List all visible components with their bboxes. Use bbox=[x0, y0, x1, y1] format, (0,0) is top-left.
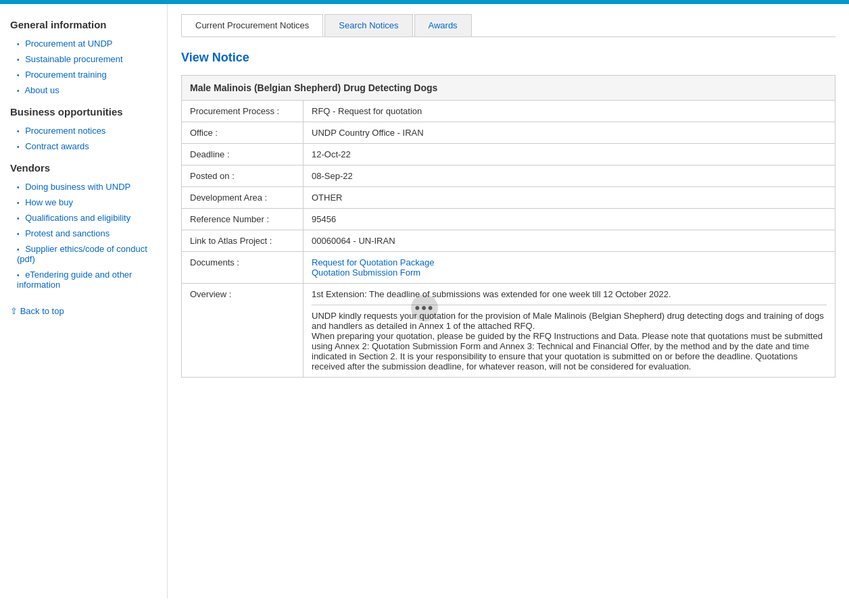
field-value-reference-number: 95456 bbox=[304, 209, 835, 230]
bullet-icon: • bbox=[17, 87, 23, 95]
bullet-icon: • bbox=[17, 230, 23, 238]
back-to-top-link[interactable]: ⇧ Back to top bbox=[10, 306, 64, 316]
sidebar-link-etendering[interactable]: eTendering guide and other information bbox=[17, 270, 132, 290]
bullet-icon: • bbox=[17, 272, 23, 279]
sidebar-link-procurement-notices[interactable]: Procurement notices bbox=[25, 126, 105, 136]
bullet-icon: • bbox=[17, 128, 23, 135]
overview-divider bbox=[312, 305, 827, 305]
document-link-rfq[interactable]: Request for Quotation Package bbox=[312, 257, 434, 267]
sidebar-item-supplier-ethics[interactable]: • Supplier ethics/code of conduct (pdf) bbox=[0, 241, 167, 267]
sidebar-link-how-we-buy[interactable]: How we buy bbox=[25, 197, 73, 207]
field-value-office: UNDP Country Office - IRAN bbox=[304, 122, 835, 144]
field-label-office: Office : bbox=[182, 122, 304, 144]
field-label-atlas-project: Link to Atlas Project : bbox=[182, 230, 304, 252]
field-value-development-area: OTHER bbox=[304, 187, 835, 209]
spinner-dots: ••• bbox=[414, 299, 434, 317]
field-value-atlas-project: 00060064 - UN-IRAN bbox=[304, 230, 835, 252]
sidebar-item-contract-awards[interactable]: • Contract awards bbox=[0, 138, 167, 154]
notice-title-cell: Male Malinois (Belgian Shepherd) Drug De… bbox=[182, 76, 835, 101]
bullet-icon: • bbox=[17, 199, 23, 207]
field-label-procurement-process: Procurement Process : bbox=[182, 101, 304, 122]
sidebar-link-supplier-ethics[interactable]: Supplier ethics/code of conduct (pdf) bbox=[17, 244, 147, 264]
sidebar-item-etendering[interactable]: • eTendering guide and other information bbox=[0, 267, 167, 292]
field-label-overview: Overview : bbox=[182, 284, 304, 378]
sidebar-item-training[interactable]: • Procurement training bbox=[0, 67, 167, 82]
loading-spinner: ••• bbox=[411, 294, 438, 322]
table-row: Deadline : 12-Oct-22 bbox=[182, 144, 835, 165]
loading-overlay: ••• bbox=[411, 294, 438, 322]
bullet-icon: • bbox=[17, 184, 23, 191]
field-value-deadline: 12-Oct-22 bbox=[304, 144, 835, 165]
sidebar-link-qualifications[interactable]: Qualifications and eligibility bbox=[25, 213, 130, 223]
field-value-posted-on: 08-Sep-22 bbox=[304, 165, 835, 187]
tabs-bar: Current Procurement Notices Search Notic… bbox=[181, 14, 835, 37]
sidebar-item-how-we-buy[interactable]: • How we buy bbox=[0, 195, 167, 210]
field-value-documents: Request for Quotation Package Quotation … bbox=[304, 252, 835, 284]
sidebar-item-procurement-notices[interactable]: • Procurement notices bbox=[0, 123, 167, 138]
table-row: Office : UNDP Country Office - IRAN bbox=[182, 122, 835, 144]
overview-para-1: 1st Extension: The deadline of submissio… bbox=[312, 289, 827, 299]
tab-awards[interactable]: Awards bbox=[414, 14, 472, 36]
field-label-documents: Documents : bbox=[182, 252, 304, 284]
table-row-documents: Documents : Request for Quotation Packag… bbox=[182, 252, 835, 284]
bullet-icon: • bbox=[17, 41, 23, 48]
notice-table: Male Malinois (Belgian Shepherd) Drug De… bbox=[181, 75, 835, 378]
table-row: Development Area : OTHER bbox=[182, 187, 835, 209]
sidebar-link-protest[interactable]: Protest and sanctions bbox=[25, 228, 110, 238]
general-info-section-title: General information bbox=[0, 11, 167, 36]
sidebar-link-procurement-undp[interactable]: Procurement at UNDP bbox=[25, 38, 112, 49]
sidebar-link-doing-business[interactable]: Doing business with UNDP bbox=[25, 182, 130, 192]
table-row: Link to Atlas Project : 00060064 - UN-IR… bbox=[182, 230, 835, 252]
sidebar-link-sustainable[interactable]: Sustainable procurement bbox=[25, 54, 123, 64]
sidebar-link-contract-awards[interactable]: Contract awards bbox=[25, 141, 89, 151]
field-label-reference-number: Reference Number : bbox=[182, 209, 304, 230]
sidebar-link-training[interactable]: Procurement training bbox=[25, 70, 107, 80]
sidebar-item-about[interactable]: • About us bbox=[0, 82, 167, 98]
table-row: Posted on : 08-Sep-22 bbox=[182, 165, 835, 187]
field-value-procurement-process: RFQ - Request for quotation bbox=[304, 101, 835, 122]
field-label-posted-on: Posted on : bbox=[182, 165, 304, 187]
table-row: Reference Number : 95456 bbox=[182, 209, 835, 230]
table-row: Procurement Process : RFQ - Request for … bbox=[182, 101, 835, 122]
document-link-submission[interactable]: Quotation Submission Form bbox=[312, 267, 420, 278]
sidebar-item-sustainable[interactable]: • Sustainable procurement bbox=[0, 51, 167, 67]
sidebar-item-protest[interactable]: • Protest and sanctions bbox=[0, 226, 167, 241]
sidebar-item-doing-business[interactable]: • Doing business with UNDP bbox=[0, 179, 167, 195]
table-row-overview: Overview : 1st Extension: The deadline o… bbox=[182, 284, 835, 378]
field-label-deadline: Deadline : bbox=[182, 144, 304, 165]
bullet-icon: • bbox=[17, 215, 23, 222]
view-notice-heading: View Notice bbox=[181, 51, 835, 65]
back-to-top[interactable]: ⇧ Back to top bbox=[0, 292, 167, 330]
bullet-icon: • bbox=[17, 72, 23, 79]
main-content: Current Procurement Notices Search Notic… bbox=[168, 4, 849, 598]
overview-para-3: When preparing your quotation, please be… bbox=[312, 331, 827, 371]
tab-search-notices[interactable]: Search Notices bbox=[324, 14, 412, 36]
sidebar-link-about[interactable]: About us bbox=[24, 85, 59, 95]
bullet-icon: • bbox=[17, 143, 23, 151]
sidebar-item-qualifications[interactable]: • Qualifications and eligibility bbox=[0, 210, 167, 226]
vendors-section-title: Vendors bbox=[0, 154, 167, 179]
field-label-development-area: Development Area : bbox=[182, 187, 304, 209]
notice-title-row: Male Malinois (Belgian Shepherd) Drug De… bbox=[182, 76, 835, 101]
field-value-overview: 1st Extension: The deadline of submissio… bbox=[304, 284, 835, 378]
sidebar: General information • Procurement at UND… bbox=[0, 4, 168, 598]
overview-para-2: UNDP kindly requests your quotation for … bbox=[312, 311, 827, 331]
sidebar-item-procurement-undp[interactable]: • Procurement at UNDP bbox=[0, 36, 167, 51]
business-section-title: Business opportunities bbox=[0, 98, 167, 123]
tab-current-procurement[interactable]: Current Procurement Notices bbox=[181, 14, 323, 36]
bullet-icon: • bbox=[17, 246, 23, 253]
bullet-icon: • bbox=[17, 56, 23, 63]
